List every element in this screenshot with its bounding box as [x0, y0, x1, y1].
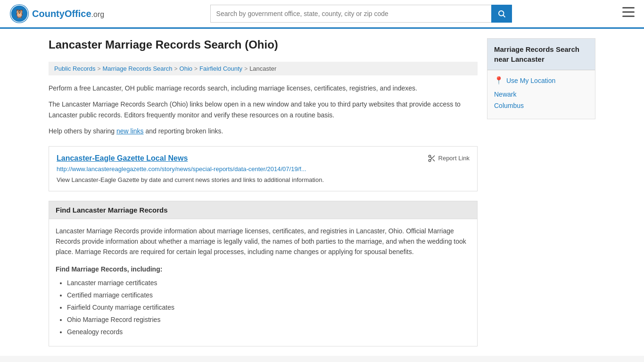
resource-description: View Lancaster-Eagle Gazette by date and… — [57, 176, 470, 183]
breadcrumb-lancaster: Lancaster — [249, 65, 276, 72]
breadcrumb-fairfield-county[interactable]: Fairfield County — [199, 65, 242, 72]
search-area — [210, 5, 512, 23]
svg-rect-5 — [622, 7, 635, 8]
find-section-header: Find Lancaster Marriage Records — [49, 201, 477, 219]
find-section: Find Lancaster Marriage Records Lancaste… — [49, 201, 478, 347]
breadcrumb-ohio[interactable]: Ohio — [180, 65, 192, 72]
svg-text:🦉: 🦉 — [14, 8, 25, 19]
breadcrumb-sep-4: > — [244, 66, 248, 72]
search-icon — [497, 9, 506, 18]
page-title: Lancaster Marriage Records Search (Ohio) — [49, 38, 478, 55]
svg-line-4 — [503, 15, 505, 17]
list-item: Genealogy records — [67, 327, 471, 337]
find-section-list: Lancaster marriage certificates Certifie… — [56, 278, 471, 337]
svg-point-9 — [429, 159, 431, 162]
sidebar-link-newark[interactable]: Newark — [494, 90, 588, 98]
report-link-button[interactable]: Report Link — [428, 154, 470, 163]
svg-line-12 — [430, 157, 432, 158]
sidebar-box: Marriage Records Search near Lancaster 📍… — [487, 38, 595, 119]
search-button[interactable] — [491, 5, 512, 23]
svg-point-3 — [499, 11, 504, 16]
resource-url: http://www.lancastereaglegazette.com/sto… — [57, 165, 470, 173]
svg-point-8 — [429, 155, 431, 157]
find-section-description: Lancaster Marriage Records provide infor… — [56, 226, 471, 257]
breadcrumb: Public Records > Marriage Records Search… — [49, 62, 478, 75]
use-my-location-link[interactable]: 📍 Use My Location — [494, 76, 588, 85]
location-pin-icon: 📍 — [494, 76, 504, 85]
logo-area: 🦉 CountyOffice.org — [9, 4, 104, 24]
find-section-body: Lancaster Marriage Records provide infor… — [49, 219, 477, 346]
resource-title-row: Lancaster-Eagle Gazette Local News Repor… — [57, 154, 470, 163]
scissors-icon — [428, 154, 436, 163]
list-item: Certified marriage certificates — [67, 290, 471, 300]
hamburger-icon — [622, 7, 635, 17]
breadcrumb-sep-1: > — [97, 66, 100, 72]
find-section-list-title: Find Marriage Records, including: — [56, 264, 471, 274]
resource-title-link[interactable]: Lancaster-Eagle Gazette Local News — [57, 154, 188, 163]
content-area: Lancaster Marriage Records Search (Ohio)… — [49, 38, 478, 346]
list-item: Lancaster marriage certificates — [67, 278, 471, 288]
breadcrumb-public-records[interactable]: Public Records — [54, 65, 95, 72]
new-links-link[interactable]: new links — [116, 127, 144, 135]
breadcrumb-sep-3: > — [194, 66, 198, 72]
list-item: Fairfield County marriage certificates — [67, 303, 471, 313]
description-3: Help others by sharing new links and rep… — [49, 126, 478, 136]
svg-rect-6 — [622, 11, 635, 13]
svg-rect-7 — [622, 16, 635, 17]
sidebar-heading: Marriage Records Search near Lancaster — [487, 39, 595, 70]
search-input[interactable] — [210, 5, 491, 23]
main-container: Lancaster Marriage Records Search (Ohio)… — [39, 29, 605, 356]
breadcrumb-marriage-records-search[interactable]: Marriage Records Search — [102, 65, 172, 72]
sidebar: Marriage Records Search near Lancaster 📍… — [487, 38, 595, 346]
description-2: The Lancaster Marriage Records Search (O… — [49, 99, 478, 120]
list-item: Ohio Marriage Record registries — [67, 315, 471, 325]
description-1: Perform a free Lancaster, OH public marr… — [49, 83, 478, 93]
hamburger-menu-button[interactable] — [622, 7, 635, 20]
report-link-label: Report Link — [438, 155, 470, 162]
breadcrumb-sep-2: > — [174, 66, 178, 72]
logo-text: CountyOffice.org — [32, 8, 104, 19]
site-header: 🦉 CountyOffice.org — [0, 0, 644, 29]
svg-line-11 — [432, 159, 434, 161]
sidebar-link-columbus[interactable]: Columbus — [494, 102, 588, 109]
logo-icon: 🦉 — [9, 4, 29, 24]
sidebar-body: 📍 Use My Location Newark Columbus — [487, 70, 595, 119]
resource-card: Lancaster-Eagle Gazette Local News Repor… — [49, 146, 478, 191]
use-my-location-label: Use My Location — [506, 77, 555, 84]
